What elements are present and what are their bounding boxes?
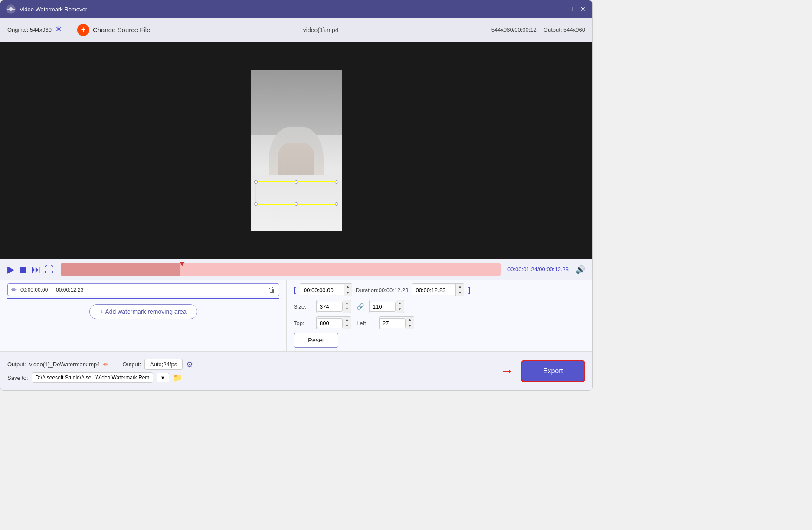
timeline[interactable] xyxy=(61,263,501,276)
video-content xyxy=(251,70,342,231)
size-row: Size: ▲ ▼ 🔗 ▲ ▼ xyxy=(294,300,585,313)
video-preview xyxy=(249,42,344,259)
toolbar: Original: 544x960 👁 + Change Source File… xyxy=(0,18,592,42)
left-spinners: ▲ ▼ xyxy=(406,317,414,329)
start-time-spinners: ▲ ▼ xyxy=(344,284,352,296)
maximize-button[interactable]: ☐ xyxy=(566,6,574,12)
edit-filename-icon[interactable]: ✏ xyxy=(103,361,108,368)
top-spinners: ▲ ▼ xyxy=(343,317,351,329)
time-display: 00:00:01.24/00:00:12.23 xyxy=(508,266,569,273)
save-row: Save to: ▼ 📁 xyxy=(7,372,493,383)
eye-icon[interactable]: 👁 xyxy=(55,25,63,34)
output-filename: video(1)_DeWatermark.mp4 xyxy=(29,361,100,368)
left-input[interactable] xyxy=(380,318,406,328)
height-up[interactable]: ▲ xyxy=(396,300,404,306)
width-input-group: ▲ ▼ xyxy=(316,300,351,313)
gear-icon[interactable]: ⚙ xyxy=(186,360,193,369)
export-area: → Export xyxy=(500,360,585,382)
playhead xyxy=(180,262,185,266)
reset-button[interactable]: Reset xyxy=(294,333,338,348)
start-time-down[interactable]: ▼ xyxy=(344,290,352,296)
end-time-input-group: ▲ ▼ xyxy=(412,283,464,296)
volume-icon[interactable]: 🔊 xyxy=(576,265,585,274)
top-down[interactable]: ▼ xyxy=(343,323,351,329)
end-time-up[interactable]: ▲ xyxy=(456,284,464,290)
close-button[interactable]: ✕ xyxy=(579,6,587,12)
fit-button[interactable]: ⛶ xyxy=(44,264,54,275)
right-panel: [ ▲ ▼ Duration:00:00:12.23 ▲ ▼ ] xyxy=(287,280,592,351)
top-input-group: ▲ ▼ xyxy=(316,316,351,329)
height-spinners: ▲ ▼ xyxy=(396,300,404,313)
add-watermark-area-button[interactable]: + Add watermark removing area xyxy=(89,304,197,319)
output-quality-label: Output: xyxy=(122,361,141,368)
folder-icon[interactable]: 📁 xyxy=(173,373,182,382)
handle-tl[interactable] xyxy=(254,180,258,184)
handle-br[interactable] xyxy=(335,202,338,206)
clip-time: 00:00:00.00 — 00:00:12.23 xyxy=(20,287,265,293)
end-time-spinners: ▲ ▼ xyxy=(455,284,464,296)
save-path-input[interactable] xyxy=(32,372,153,383)
video-area xyxy=(0,42,592,259)
clip-progress-bar xyxy=(7,298,279,299)
height-down[interactable]: ▼ xyxy=(396,306,404,313)
position-row: Top: ▲ ▼ Left: ▲ ▼ xyxy=(294,316,585,329)
start-bracket-button[interactable]: [ xyxy=(294,286,296,295)
title-bar: Video Watermark Remover — ☐ ✕ xyxy=(0,0,592,18)
timeline-progress xyxy=(61,263,180,276)
left-up[interactable]: ▲ xyxy=(406,317,414,323)
left-input-group: ▲ ▼ xyxy=(379,316,414,329)
output-label: Output: 544x960 xyxy=(544,26,585,33)
handle-tr[interactable] xyxy=(335,180,338,184)
next-frame-button[interactable]: ⏭ xyxy=(31,264,41,275)
end-bracket-button[interactable]: ] xyxy=(468,286,470,295)
app-window: Video Watermark Remover — ☐ ✕ Original: … xyxy=(0,0,593,391)
svg-point-1 xyxy=(9,7,13,11)
handle-tm[interactable] xyxy=(295,180,298,184)
quality-select[interactable]: Auto;24fps xyxy=(144,359,183,370)
left-down[interactable]: ▼ xyxy=(406,323,414,329)
top-input[interactable] xyxy=(317,318,343,328)
export-arrow-icon: → xyxy=(500,363,514,379)
time-range-row: [ ▲ ▼ Duration:00:00:12.23 ▲ ▼ ] xyxy=(294,283,585,296)
plus-icon: + xyxy=(77,24,89,36)
quality-value: Auto;24fps xyxy=(150,361,177,368)
path-dropdown-button[interactable]: ▼ xyxy=(157,373,169,382)
bottom-section: ✏ 00:00:00.00 — 00:00:12.23 🗑 + Add wate… xyxy=(0,280,592,351)
start-time-input[interactable] xyxy=(300,285,344,295)
end-time-input[interactable] xyxy=(412,285,455,295)
clip-row: ✏ 00:00:00.00 — 00:00:12.23 🗑 xyxy=(7,283,279,296)
top-up[interactable]: ▲ xyxy=(343,317,351,323)
playback-bar: ▶ ⏹ ⏭ ⛶ 00:00:01.24/00:00:12.23 🔊 xyxy=(0,259,592,280)
start-time-up[interactable]: ▲ xyxy=(344,284,352,290)
stop-button[interactable]: ⏹ xyxy=(18,264,28,275)
handle-bl[interactable] xyxy=(254,202,258,206)
width-spinners: ▲ ▼ xyxy=(343,300,351,313)
window-controls: — ☐ ✕ xyxy=(553,6,587,12)
original-info: Original: 544x960 👁 xyxy=(7,25,63,34)
save-to-label: Save to: xyxy=(7,375,28,381)
left-label: Left: xyxy=(357,320,374,326)
dimensions-label: 544x960/00:00:12 xyxy=(491,26,537,33)
handle-bm[interactable] xyxy=(295,202,298,206)
clip-delete-button[interactable]: 🗑 xyxy=(268,286,275,294)
duration-label: Duration:00:00:12.23 xyxy=(356,287,408,293)
end-time-down[interactable]: ▼ xyxy=(456,290,464,296)
play-button[interactable]: ▶ xyxy=(7,264,15,275)
original-label: Original: 544x960 xyxy=(7,26,52,33)
width-up[interactable]: ▲ xyxy=(343,300,351,306)
app-logo xyxy=(6,4,16,14)
width-down[interactable]: ▼ xyxy=(343,306,351,313)
height-input-group: ▲ ▼ xyxy=(369,300,404,313)
watermark-selection-box[interactable] xyxy=(255,181,337,205)
width-input[interactable] xyxy=(317,302,343,312)
height-input[interactable] xyxy=(370,302,396,312)
export-button[interactable]: Export xyxy=(521,360,585,382)
output-file-label: Output: xyxy=(7,361,26,368)
change-source-label: Change Source File xyxy=(93,26,151,33)
minimize-button[interactable]: — xyxy=(553,6,561,12)
video-frame xyxy=(251,70,342,231)
left-panel: ✏ 00:00:00.00 — 00:00:12.23 🗑 + Add wate… xyxy=(0,280,287,351)
change-source-button[interactable]: + Change Source File xyxy=(77,24,151,36)
output-info: Output: video(1)_DeWatermark.mp4 ✏ Outpu… xyxy=(7,359,493,383)
output-file-row: Output: video(1)_DeWatermark.mp4 ✏ Outpu… xyxy=(7,359,493,370)
